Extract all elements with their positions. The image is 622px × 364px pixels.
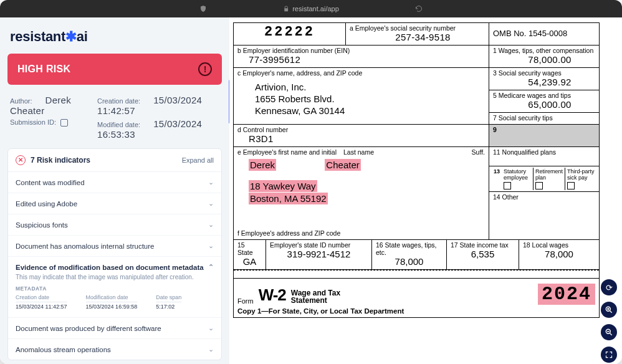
fullscreen-button[interactable] [601,347,617,363]
md-col-head: Creation date [16,294,67,302]
w2-title: W-2 [259,285,286,305]
rotate-button[interactable]: ⟳ [601,279,617,295]
logo-left: resistant [10,29,65,44]
risk-label: HIGH RISK [17,64,70,75]
metadata-table: Creation date15/03/2024 11:42:57 Modific… [16,294,214,310]
logo: resistant✱ai [10,29,222,45]
expand-all-button[interactable]: Expand all [182,156,214,164]
box15-label: 15 State [237,241,262,256]
document-icon[interactable] [60,119,68,127]
box16-label: 16 State wages, tips, etc. [376,241,443,256]
x-badge-icon: ✕ [16,155,26,165]
document-viewer: 22222 a Employee's social security numbe… [229,17,622,364]
zoom-in-button[interactable] [601,302,617,318]
creation-label: Creation date: [97,97,140,105]
chevron-down-icon: ⌄ [208,178,214,186]
wage-line2: Statement [291,296,327,305]
modified-label: Modified date: [97,121,140,128]
privacy-icon [199,5,207,12]
indicator-item[interactable]: Document was produced by different softw… [8,318,221,339]
indicator-label: Suspicious fonts [16,221,68,229]
box3-label: 3 Social security wages [493,69,595,77]
employer-name: Artivion, Inc. [255,82,485,93]
omb-number: OMB No. 1545-0008 [493,29,567,38]
box-a-label: a Employee's social security number [350,24,485,32]
form-word: Form [237,297,254,305]
box16-value: 78,000 [376,256,443,267]
expanded-title: Evidence of modification based on docume… [16,264,204,271]
box-f-label: f Employee's address and ZIP code [237,229,485,237]
chevron-down-icon: ⌄ [208,345,214,353]
url-display: resistant.ai/app [283,5,339,12]
box17-value: 6,535 [451,249,515,259]
logo-x-icon: ✱ [65,29,77,44]
md-col-val: 15/03/2024 11:42:57 [16,304,67,310]
box-b-value: 77-3995612 [237,54,485,65]
box9-label: 9 [493,126,497,133]
chevron-down-icon: ⌄ [208,324,214,332]
box13-num: 13 [492,168,502,190]
box5-label: 5 Medicare wages and tips [493,92,595,99]
indicator-label: Anomalous stream operations [16,346,111,353]
chevron-up-icon[interactable]: ⌃ [208,263,214,271]
metadata-block: Author: Derek Cheater Creation date: 15/… [7,93,222,148]
lock-icon [283,6,289,12]
box-a-value: 257-34-9518 [350,32,485,42]
employee-addr2: Boston, MA 55192 [249,193,328,204]
logo-right: ai [77,29,88,44]
indicators-title: 7 Risk indicators [31,156,90,165]
dashed-divider [234,270,599,279]
employer-addr1: 1655 Roberts Blvd. [255,93,485,105]
employer-addr2: Kennesaw, GA 30144 [255,105,485,117]
box18-label: 18 Local wages [523,241,595,249]
md-col-head: Date span [156,294,181,302]
sidebar: resistant✱ai HIGH RISK ! Author: Derek C… [0,17,229,364]
submission-label: Submission ID: [10,118,56,126]
warning-icon: ! [198,62,212,76]
indicator-label: Document has anomalous internal structur… [16,242,154,250]
chevron-down-icon: ⌄ [208,242,214,250]
box-b-label: b Employer identification number (EIN) [237,47,485,54]
indicators-card: ✕ 7 Risk indicators Expand all Content w… [7,148,222,360]
box15-value: GA [237,256,262,267]
refresh-icon[interactable] [415,5,423,12]
url-text: resistant.ai/app [292,5,339,12]
app-window: resistant.ai/app resistant✱ai HIGH RISK … [0,0,622,364]
box11-label: 11 Nonqualified plans [493,148,595,156]
form-footer: Form W-2 Wage and TaxStatement 2024 Copy… [234,279,599,317]
box7-label: 7 Social security tips [493,114,595,122]
md-col-val: 5:17:02 [156,304,181,310]
box13b-label: Retirement plan [535,168,563,181]
indicator-label: Edited using Adobe [16,200,77,208]
md-col-val: 15/03/2024 16:59:58 [86,304,138,310]
checkbox[interactable] [535,182,543,189]
employee-lastname: Cheater [325,159,360,171]
box18-value: 78,000 [523,249,595,259]
checkbox[interactable] [504,182,511,189]
chevron-down-icon: ⌄ [208,221,214,229]
zoom-out-button[interactable] [601,324,617,340]
md-col-head: Modification date [86,294,138,302]
author-label: Author: [10,97,32,105]
state-id-value: 319-9921-4512 [270,249,368,259]
indicator-item[interactable]: Edited using Adobe⌄ [8,193,221,214]
indicator-label: Content was modified [16,179,85,186]
indicator-item[interactable]: Content was modified⌄ [8,172,221,193]
indicator-item[interactable]: Suspicious fonts⌄ [8,214,221,236]
w2-form: 22222 a Employee's social security numbe… [233,22,600,318]
indicators-header: ✕ 7 Risk indicators Expand all [8,149,221,172]
indicator-item[interactable]: Document has anomalous internal structur… [8,236,221,257]
tax-year: 2024 [538,284,595,305]
lastname-label: Last name [343,148,374,156]
box17-label: 17 State income tax [451,241,515,249]
box5-value: 65,000.00 [493,99,595,110]
expanded-sub: This may indicate that the image was man… [16,274,214,280]
viewer-tools: ⟳ [601,279,617,363]
indicator-item[interactable]: Anomalous stream operations⌄ [8,339,221,360]
employee-addr1: 18 Yawkey Way [249,180,317,192]
indicator-expanded: Evidence of modification based on docume… [8,257,221,318]
checkbox[interactable] [567,182,575,189]
box-22222: 22222 [237,24,342,40]
copy-line: Copy 1—For State, City, or Local Tax Dep… [237,307,595,315]
indicator-label: Document was produced by different softw… [16,325,161,332]
